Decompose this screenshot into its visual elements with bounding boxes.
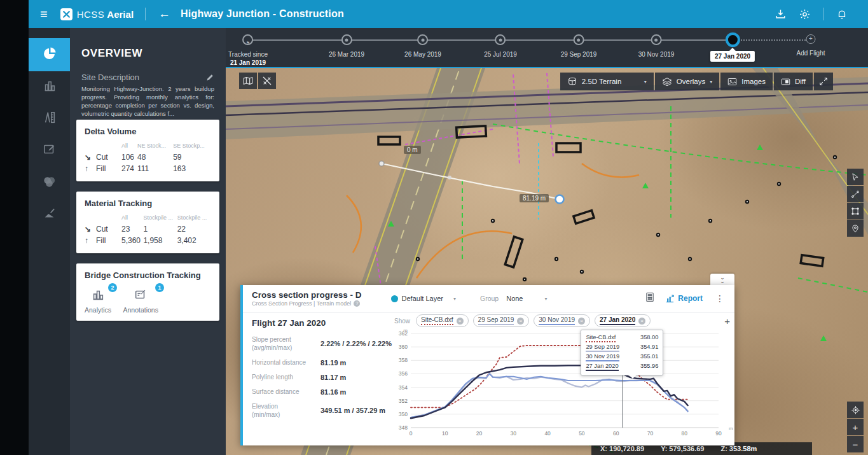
cell: 106	[121, 151, 137, 163]
annotations-shortcut[interactable]: 1 Annotations	[123, 288, 158, 314]
caret-down-icon: ▾	[710, 79, 712, 85]
zoom-out-button[interactable]: −	[847, 436, 864, 452]
terrain-label: 2.5D Terrain	[582, 78, 621, 85]
panel-collapse-button[interactable]: ⌄ ⌄	[710, 274, 734, 285]
overview-title: OVERVIEW	[81, 47, 226, 60]
group-dropdown[interactable]: Group None ▾	[480, 295, 548, 302]
plus-icon: +	[853, 422, 858, 433]
stat-row: Slope percent (avg/min/max) 2.22% / 2.22…	[252, 335, 393, 352]
cross-section-chart-area: Show Site-CB.dxf × 29 Sep 2019 × 30 Nov …	[394, 314, 734, 442]
map-control-bar: 2.5D Terrain ▾ Overlays ▾ Images Diff	[560, 73, 833, 90]
cell: 59	[173, 151, 211, 163]
hamburger-menu-icon[interactable]: ≡	[40, 8, 48, 20]
series-chip[interactable]: Site-CB.dxf ×	[416, 314, 469, 327]
rail-item-overview[interactable]	[29, 38, 70, 71]
report-button[interactable]: Report	[665, 294, 703, 303]
cut-arrow-icon: ↘	[85, 223, 96, 235]
row-label: Fill	[96, 235, 121, 246]
rail-item-measure[interactable]	[29, 103, 70, 135]
timeline-flight-start[interactable]: ⚑ Tracked since21 Jan 2019	[228, 34, 268, 67]
fullscreen-expand-button[interactable]	[814, 73, 833, 90]
svg-text:60: 60	[613, 430, 619, 437]
elevation-profile-chart: 3483503523543563583603620102030405060708…	[394, 327, 734, 440]
cell: 1,958	[143, 235, 177, 246]
timeline-flight[interactable]: 30 Nov 2019	[638, 34, 675, 59]
selected-flight-tooltip: 27 Jan 2020	[710, 51, 755, 62]
svg-text:70: 70	[647, 430, 654, 437]
overview-panel: OVERVIEW Site Description Monitoring Hig…	[70, 28, 226, 455]
polygon-tool[interactable]	[847, 203, 864, 220]
settings-gear-icon[interactable]	[792, 8, 816, 20]
col-header: Stockpile ...	[177, 214, 211, 223]
col-header: All	[121, 143, 137, 151]
cell: 111	[137, 163, 173, 174]
kebab-menu-icon[interactable]: ⋮	[713, 293, 727, 304]
add-flight-button[interactable]: + Add Flight	[796, 34, 825, 58]
terrain-mode-button[interactable]: 2.5D Terrain ▾	[560, 73, 654, 90]
row-label: Cut	[96, 223, 121, 235]
timeline-flight-selected[interactable]: 27 Jan 2020	[710, 34, 755, 62]
show-label: Show	[394, 318, 410, 325]
overlays-button[interactable]: Overlays ▾	[655, 73, 719, 90]
timeline-flight[interactable]: 26 Mar 2019	[329, 34, 364, 59]
flight-timeline: ⚑ Tracked since21 Jan 2019 26 Mar 2019 2…	[226, 28, 868, 68]
default-layer-dropdown[interactable]: Default Layer ▾	[391, 295, 456, 302]
diff-label: Diff	[795, 78, 806, 85]
locate-button[interactable]	[847, 402, 864, 418]
tools-disabled-button[interactable]	[258, 73, 276, 89]
series-chip[interactable]: 27 Jan 2020 ×	[595, 314, 651, 327]
overlays-label: Overlays	[677, 78, 705, 85]
timeline-dot	[341, 34, 352, 45]
brand-hcss: HCSS	[77, 9, 105, 20]
svg-text:90: 90	[715, 430, 722, 437]
add-series-button[interactable]: +	[724, 316, 730, 326]
pin-marker-tool[interactable]	[847, 220, 864, 237]
timeline-dot	[417, 34, 428, 45]
help-icon[interactable]: ?	[354, 300, 360, 307]
calculator-icon[interactable]	[645, 292, 655, 305]
topbar-divider	[145, 8, 146, 20]
measure-start-label: 0 m	[404, 146, 421, 154]
add-flight-plus-icon: +	[806, 34, 816, 44]
timeline-flight[interactable]: 25 Jul 2019	[484, 34, 517, 59]
group-value: None	[506, 295, 523, 302]
stat-row: Surface distance 81.16 m	[252, 388, 393, 396]
series-chip[interactable]: 30 Nov 2019 ×	[534, 314, 590, 327]
zoom-in-button[interactable]: +	[847, 419, 864, 435]
chart-tooltip: Site-CB.dxf358.00 29 Sep 2019354.91 30 N…	[581, 330, 663, 375]
flight-title: Flight 27 Jan 2020	[252, 318, 393, 328]
top-bar: ≡ HCSS Aerial ← Highway Junction - Const…	[29, 0, 868, 28]
chip-close-icon[interactable]: ×	[578, 318, 585, 325]
col-header: NE Stock...	[137, 143, 173, 151]
stat-row: Polyline length 81.17 m	[252, 373, 393, 381]
annotations-note-icon	[133, 293, 148, 304]
fill-arrow-icon: ↑	[85, 235, 96, 246]
rail-item-annotations[interactable]	[29, 135, 70, 167]
row-label: Fill	[96, 163, 121, 174]
analytics-shortcut[interactable]: 2 Analytics	[85, 288, 111, 314]
rail-item-layers[interactable]	[29, 167, 70, 199]
svg-text:352: 352	[399, 398, 408, 404]
chevron-down-icon: ⌄	[720, 279, 725, 283]
series-chip[interactable]: 29 Sep 2019 ×	[473, 314, 530, 327]
chip-close-icon[interactable]: ×	[638, 318, 645, 325]
select-cursor-tool[interactable]	[847, 169, 864, 185]
analytics-label: Analytics	[85, 306, 111, 314]
timeline-flight[interactable]: 29 Sep 2019	[561, 34, 597, 59]
notifications-bell-icon[interactable]	[830, 8, 854, 20]
images-button[interactable]: Images	[720, 73, 773, 90]
download-icon[interactable]	[768, 8, 792, 20]
timeline-flight[interactable]: 26 May 2019	[404, 34, 441, 59]
table-row-cut: ↘ Cut 106 48 59	[85, 151, 211, 163]
svg-text:30: 30	[511, 430, 517, 437]
rail-item-analytics[interactable]	[29, 71, 70, 103]
diff-button[interactable]: Diff	[774, 73, 813, 90]
chip-close-icon[interactable]: ×	[517, 318, 524, 325]
back-arrow-icon[interactable]: ←	[158, 7, 170, 21]
basemap-toggle-button[interactable]	[239, 73, 257, 89]
edit-pencil-icon[interactable]	[206, 73, 214, 84]
rail-item-draw[interactable]	[29, 199, 70, 230]
chip-close-icon[interactable]: ×	[457, 318, 464, 325]
polyline-measure-tool[interactable]	[847, 186, 864, 202]
measure-tools-icon	[43, 111, 57, 127]
